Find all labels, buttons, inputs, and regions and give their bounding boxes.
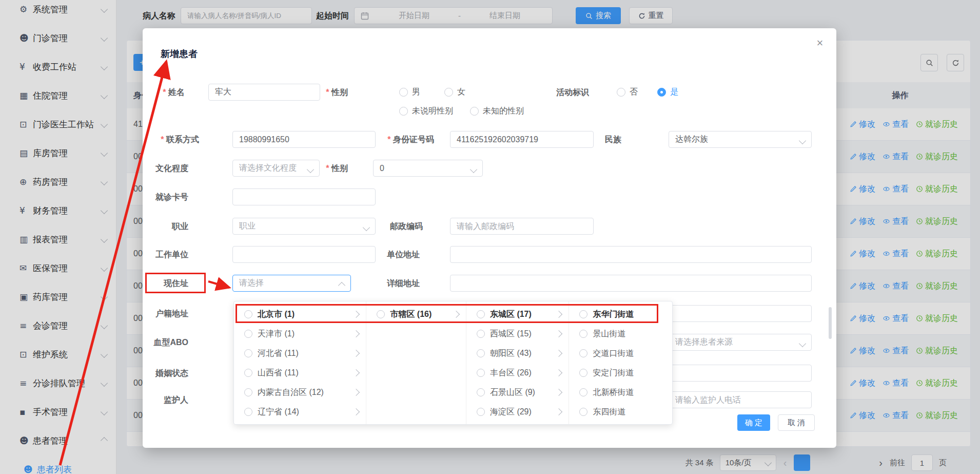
radio-icon: [477, 388, 485, 396]
detail-address-input[interactable]: [450, 275, 812, 292]
patient-source-placeholder: 请选择患者来源: [675, 337, 733, 348]
ethnicity-select[interactable]: 达斡尔族: [669, 131, 812, 148]
radio-icon: [244, 408, 252, 416]
cascader-option[interactable]: 市辖区 (16): [366, 305, 466, 324]
cascader-option[interactable]: 朝阳区 (43): [466, 344, 569, 363]
cascader-option[interactable]: 石景山区 (9): [466, 383, 569, 402]
cancel-button[interactable]: 取 消: [778, 414, 815, 431]
chevron-right-icon: [555, 408, 562, 415]
chevron-right-icon: [352, 369, 360, 376]
ethnicity-label: 民族: [580, 131, 621, 148]
contact-input[interactable]: [232, 131, 376, 148]
chevron-down-icon: [799, 340, 806, 347]
cascader-option[interactable]: 辽宁省 (14): [234, 402, 366, 422]
radio-icon: [477, 408, 485, 416]
education-label: 文化程度: [146, 160, 188, 177]
cascader-option[interactable]: 内蒙古自治区 (12): [234, 383, 366, 402]
radio-icon: [617, 88, 625, 97]
gender2-select[interactable]: 0: [373, 160, 483, 177]
confirm-button[interactable]: 确 定: [737, 414, 770, 431]
gender-female-radio[interactable]: 女: [444, 84, 465, 101]
cascader-option[interactable]: 河北省 (11): [234, 344, 366, 363]
cascader-option[interactable]: 北京市 (1): [234, 305, 366, 324]
current-address-cascader-select[interactable]: 请选择: [232, 275, 351, 292]
gender2-label: 性别: [317, 160, 348, 177]
cascader-option[interactable]: 东华门街道: [569, 305, 672, 324]
education-select[interactable]: 请选择文化程度: [232, 160, 320, 177]
cascader-option-label: 海淀区 (29): [490, 407, 532, 418]
radio-icon: [377, 310, 385, 318]
work-unit-input[interactable]: [232, 246, 376, 263]
active-flag-no-radio[interactable]: 否: [617, 84, 638, 101]
region-cascader-dropdown: 北京市 (1) 天津市 (1) 河北省 (11) 山西省 (11) 内蒙古自治区…: [233, 301, 673, 425]
cascader-option[interactable]: 天津市 (1): [234, 324, 366, 344]
id-number-label: 身份证号码: [378, 131, 434, 148]
cascader-option-label: 内蒙古自治区 (12): [258, 387, 324, 398]
cascader-column-district: 东城区 (17) 西城区 (15) 朝阳区 (43) 丰台区 (26) 石景山区…: [466, 301, 570, 424]
guardian-phone-input[interactable]: [669, 391, 812, 408]
cascader-option[interactable]: 景山街道: [569, 324, 672, 344]
radio-icon: [470, 107, 479, 116]
cascader-option-label: 东四街道: [593, 407, 625, 418]
chevron-right-icon: [352, 350, 360, 357]
household-right-input[interactable]: [669, 305, 812, 322]
gender-unstated-radio[interactable]: 未说明性别: [399, 103, 453, 120]
radio-icon: [244, 349, 252, 357]
name-label: 姓名: [148, 84, 185, 101]
postal-code-input[interactable]: [450, 218, 594, 235]
guardian-label: 监护人: [146, 391, 188, 408]
radio-icon: [579, 310, 587, 318]
chevron-right-icon: [352, 311, 360, 318]
cascader-option[interactable]: 交道口街道: [569, 344, 672, 363]
cascader-option-label: 天津市 (1): [258, 329, 295, 339]
chevron-right-icon: [352, 408, 360, 415]
occupation-placeholder: 职业: [239, 221, 256, 232]
chevron-right-icon: [352, 330, 360, 337]
chevron-right-icon: [555, 330, 562, 337]
id-number-input[interactable]: [450, 131, 594, 148]
radio-label: 未知的性别: [483, 106, 524, 117]
radio-icon: [244, 330, 252, 338]
cascader-option[interactable]: 东城区 (17): [466, 305, 569, 324]
cascader-option[interactable]: 丰台区 (26): [466, 363, 569, 383]
name-input[interactable]: [208, 84, 320, 101]
ethnicity-value: 达斡尔族: [675, 134, 708, 145]
gender-male-radio[interactable]: 男: [399, 84, 420, 101]
cascader-option[interactable]: 西城区 (15): [466, 324, 569, 344]
cascader-option[interactable]: 安定门街道: [569, 363, 672, 383]
patient-source-select[interactable]: 请选择患者来源: [669, 334, 812, 351]
cascader-option-label: 北京市 (1): [258, 309, 295, 320]
marital-right-input[interactable]: [669, 365, 812, 382]
cascader-option[interactable]: 东四街道: [569, 402, 672, 422]
chevron-down-icon: [307, 166, 314, 173]
active-flag-yes-radio[interactable]: 是: [657, 84, 678, 101]
radio-icon: [244, 369, 252, 377]
work-unit-label: 工作单位: [146, 246, 188, 263]
card-number-input[interactable]: [232, 188, 376, 205]
cascader-column-street: 东华门街道 景山街道 交道口街道 安定门街道 北新桥街道 东四街道: [569, 301, 672, 424]
gender-unknown-radio[interactable]: 未知的性别: [470, 103, 524, 120]
app-root: ⚙ 系统管理 ☻ 门诊管理 ¥ 收费工作站 ▦ 住院管理 ⊡ 门诊医生工作站 ▤: [0, 0, 980, 474]
chevron-right-icon: [555, 350, 562, 357]
current-address-label: 现住址: [146, 275, 188, 292]
gender2-value: 0: [380, 164, 384, 173]
radio-icon: [399, 107, 408, 116]
cascader-option-label: 西城区 (15): [490, 329, 532, 339]
cascader-option-label: 辽宁省 (14): [258, 407, 299, 418]
cascader-option-label: 河北省 (11): [258, 348, 299, 359]
cascader-option-label: 北新桥街道: [593, 387, 634, 398]
chevron-down-icon: [799, 137, 806, 144]
radio-icon: [244, 310, 252, 318]
cascader-option-label: 东华门街道: [593, 309, 634, 320]
modal-title: 新增患者: [161, 48, 198, 60]
modal-scrollbar-thumb[interactable]: [829, 307, 832, 339]
cascader-option[interactable]: 山西省 (11): [234, 363, 366, 383]
radio-icon: [579, 388, 587, 396]
unit-address-input[interactable]: [450, 246, 812, 263]
cascader-option[interactable]: 海淀区 (29): [466, 402, 569, 422]
cascader-option[interactable]: 北新桥街道: [569, 383, 672, 402]
occupation-select[interactable]: 职业: [232, 218, 376, 235]
radio-checked-icon: [657, 88, 666, 97]
radio-icon: [579, 349, 587, 357]
close-icon[interactable]: ×: [813, 35, 827, 50]
